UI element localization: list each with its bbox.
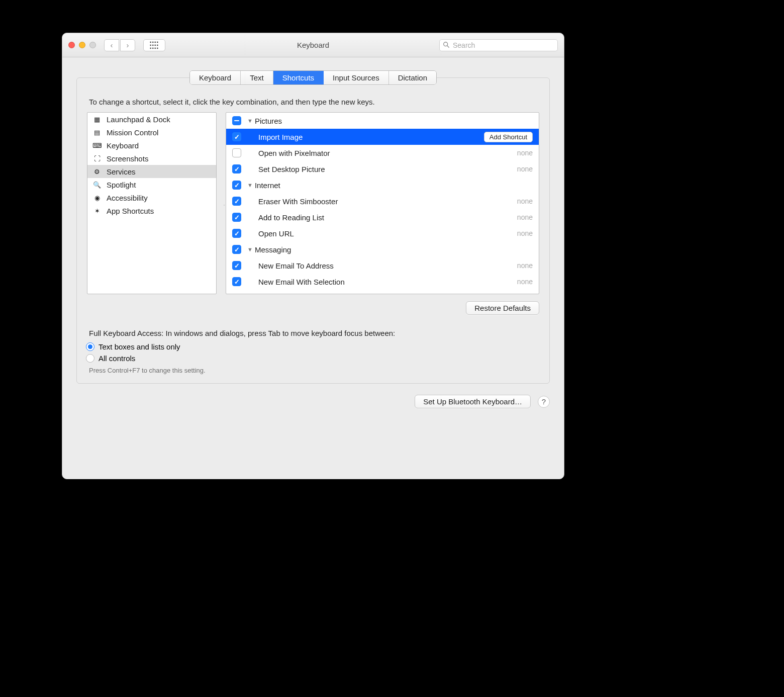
disclosure-triangle-icon[interactable]: ▼ xyxy=(247,118,253,124)
sidebar-item-label: Launchpad & Dock xyxy=(107,115,170,124)
shortcut-value: none xyxy=(517,278,533,286)
item-label: New Email To Address xyxy=(258,262,334,270)
shortcut-list[interactable]: ▼PicturesImport ImageAdd ShortcutOpen wi… xyxy=(226,112,539,294)
checkbox[interactable] xyxy=(232,277,241,286)
shortcut-value: none xyxy=(517,165,533,173)
checkbox[interactable] xyxy=(232,148,241,157)
shortcut-row-new-email-with-selection[interactable]: New Email With Selectionnone xyxy=(226,274,539,290)
item-label: Eraser With Simbooster xyxy=(258,197,338,206)
columns: ▦Launchpad & Dock▤Mission Control⌨Keyboa… xyxy=(87,112,539,294)
shortcut-row-new-email-to-address[interactable]: New Email To Addressnone xyxy=(226,257,539,274)
disclosure-triangle-icon[interactable]: ▼ xyxy=(247,182,253,188)
sidebar-item-label: Mission Control xyxy=(107,128,158,137)
accessibility-icon: ◉ xyxy=(92,193,102,202)
item-label: Add to Reading List xyxy=(258,213,324,222)
checkbox[interactable] xyxy=(232,164,241,173)
search-wrap xyxy=(439,39,558,51)
sidebar-item-label: Accessibility xyxy=(107,194,148,202)
group-row-messaging[interactable]: ▼Messaging xyxy=(226,241,539,257)
sidebar-item-launchpad-dock[interactable]: ▦Launchpad & Dock xyxy=(87,113,216,126)
chevron-left-icon: ‹ xyxy=(111,41,113,49)
preferences-window: ‹ › ▪▪▪▪▪▪▪▪▪▪▪▪ Keyboard KeyboardTextSh… xyxy=(62,33,564,479)
item-label: Open with Pixelmator xyxy=(258,149,330,157)
sidebar-item-keyboard[interactable]: ⌨Keyboard xyxy=(87,139,216,152)
help-button[interactable]: ? xyxy=(538,396,550,408)
checkbox[interactable] xyxy=(232,181,241,190)
radio-label: All controls xyxy=(99,354,135,363)
group-label: Pictures xyxy=(255,117,282,125)
bluetooth-keyboard-button[interactable]: Set Up Bluetooth Keyboard… xyxy=(415,395,531,408)
sidebar-item-app-shortcuts[interactable]: ✶App Shortcuts xyxy=(87,204,216,217)
tab-shortcuts[interactable]: Shortcuts xyxy=(273,71,324,84)
item-label: New Email With Selection xyxy=(258,278,345,286)
window-controls xyxy=(68,42,96,48)
sidebar-item-services[interactable]: ⚙Services xyxy=(87,165,216,178)
checkbox[interactable] xyxy=(232,132,241,141)
forward-button[interactable]: › xyxy=(120,39,135,51)
radio-button[interactable] xyxy=(86,354,94,363)
category-sidebar[interactable]: ▦Launchpad & Dock▤Mission Control⌨Keyboa… xyxy=(87,112,217,294)
shortcut-value: none xyxy=(517,197,533,205)
fka-hint: Press Control+F7 to change this setting. xyxy=(89,367,537,374)
screenshots-icon: ⛶ xyxy=(92,154,102,163)
shortcut-value: none xyxy=(517,149,533,157)
launchpad-icon: ▦ xyxy=(92,115,102,124)
grid-icon: ▪▪▪▪▪▪▪▪▪▪▪▪ xyxy=(150,41,159,50)
radio-button[interactable] xyxy=(86,342,94,351)
show-all-button[interactable]: ▪▪▪▪▪▪▪▪▪▪▪▪ xyxy=(143,39,165,51)
fka-option-0[interactable]: Text boxes and lists only xyxy=(86,342,549,351)
item-label: Open URL xyxy=(258,229,294,238)
sidebar-item-label: Keyboard xyxy=(107,141,139,150)
sidebar-item-label: Spotlight xyxy=(107,181,136,189)
add-shortcut-button[interactable]: Add Shortcut xyxy=(484,132,533,142)
keyboard-icon: ⌨ xyxy=(92,141,102,150)
mission-control-icon: ▤ xyxy=(92,128,102,137)
sidebar-item-spotlight[interactable]: 🔍Spotlight xyxy=(87,178,216,191)
checkbox[interactable] xyxy=(232,229,241,238)
group-label: Internet xyxy=(255,181,280,190)
chevron-right-icon: › xyxy=(127,41,129,49)
fka-option-1[interactable]: All controls xyxy=(86,354,549,363)
content-panel: KeyboardTextShortcutsInput SourcesDictat… xyxy=(76,77,550,384)
checkbox[interactable] xyxy=(232,116,241,125)
tab-dictation[interactable]: Dictation xyxy=(389,71,436,84)
sidebar-item-accessibility[interactable]: ◉Accessibility xyxy=(87,191,216,204)
group-row-pictures[interactable]: ▼Pictures xyxy=(226,113,539,129)
spotlight-icon: 🔍 xyxy=(92,180,102,189)
shortcut-row-eraser-with-simbooster[interactable]: Eraser With Simboosternone xyxy=(226,193,539,209)
full-keyboard-access-label: Full Keyboard Access: In windows and dia… xyxy=(89,329,537,337)
minimize-icon[interactable] xyxy=(79,42,85,48)
sidebar-item-label: Screenshots xyxy=(107,154,148,163)
tab-text[interactable]: Text xyxy=(241,71,273,84)
fka-radio-group: Text boxes and lists onlyAll controls xyxy=(86,342,549,363)
zoom-icon xyxy=(89,42,96,48)
titlebar: ‹ › ▪▪▪▪▪▪▪▪▪▪▪▪ Keyboard xyxy=(62,33,564,57)
shortcut-row-import-image[interactable]: Import ImageAdd Shortcut xyxy=(226,129,539,145)
shortcut-value: none xyxy=(517,229,533,237)
back-button[interactable]: ‹ xyxy=(104,39,119,51)
disclosure-triangle-icon[interactable]: ▼ xyxy=(247,246,253,252)
sidebar-item-mission-control[interactable]: ▤Mission Control xyxy=(87,126,216,139)
footer: Set Up Bluetooth Keyboard… ? xyxy=(62,395,550,408)
checkbox[interactable] xyxy=(232,261,241,270)
instruction-text: To change a shortcut, select it, click t… xyxy=(89,98,537,106)
tab-input-sources[interactable]: Input Sources xyxy=(324,71,389,84)
sidebar-item-label: App Shortcuts xyxy=(107,207,154,215)
group-row-internet[interactable]: ▼Internet xyxy=(226,177,539,193)
checkbox[interactable] xyxy=(232,213,241,222)
shortcut-row-open-with-pixelmator[interactable]: Open with Pixelmatornone xyxy=(226,145,539,161)
restore-defaults-button[interactable]: Restore Defaults xyxy=(466,301,539,315)
shortcut-row-open-url[interactable]: Open URLnone xyxy=(226,225,539,241)
checkbox[interactable] xyxy=(232,197,241,206)
sidebar-item-screenshots[interactable]: ⛶Screenshots xyxy=(87,152,216,165)
item-label: Import Image xyxy=(258,133,303,141)
tab-keyboard[interactable]: Keyboard xyxy=(190,71,241,84)
radio-label: Text boxes and lists only xyxy=(99,342,180,351)
checkbox[interactable] xyxy=(232,245,241,254)
item-label: Set Desktop Picture xyxy=(258,165,325,173)
close-icon[interactable] xyxy=(68,42,75,48)
svg-line-1 xyxy=(447,45,449,47)
shortcut-row-set-desktop-picture[interactable]: Set Desktop Picturenone xyxy=(226,161,539,177)
search-input[interactable] xyxy=(439,39,558,51)
shortcut-row-add-to-reading-list[interactable]: Add to Reading Listnone xyxy=(226,209,539,225)
